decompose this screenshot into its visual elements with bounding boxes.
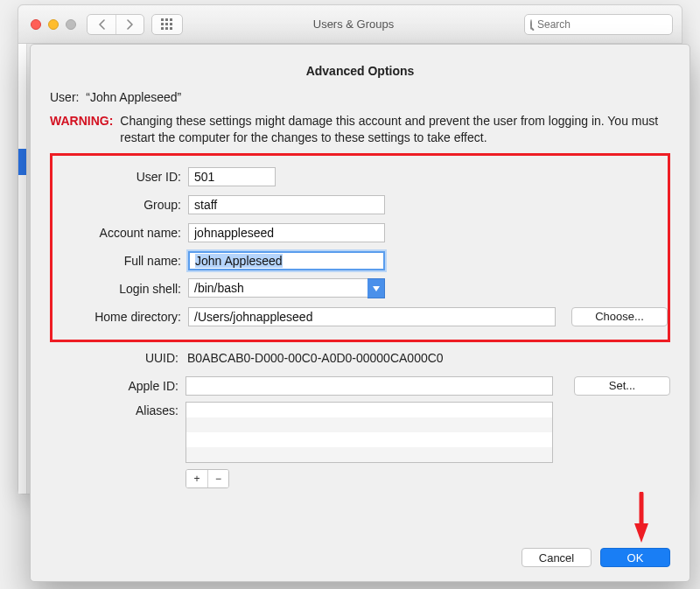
full-name-field[interactable]	[188, 251, 385, 270]
ok-button[interactable]: OK	[600, 548, 670, 567]
list-row	[186, 447, 552, 462]
search-field-wrap[interactable]	[524, 14, 673, 35]
alias-plus-minus: + −	[186, 469, 229, 488]
home-dir-field[interactable]	[188, 307, 556, 326]
advanced-options-sheet: Advanced Options User: “John Appleseed” …	[30, 44, 690, 582]
aliases-list[interactable]	[186, 402, 553, 463]
choose-button[interactable]: Choose...	[571, 307, 668, 326]
label-apple-id: Apple ID:	[50, 379, 186, 393]
sidebar-selection	[18, 149, 26, 175]
show-all-button[interactable]	[151, 14, 183, 35]
account-name-field[interactable]	[188, 223, 385, 242]
row-group: Group:	[52, 193, 668, 217]
warning-text: Changing these settings might damage thi…	[120, 113, 670, 146]
chevron-down-icon[interactable]	[368, 278, 385, 298]
label-home-dir: Home directory:	[52, 310, 188, 324]
forward-button[interactable]	[116, 15, 144, 34]
label-login-shell: Login shell:	[52, 282, 188, 296]
zoom-window-button	[66, 19, 76, 30]
list-row	[186, 403, 552, 417]
cancel-button[interactable]: Cancel	[522, 548, 592, 567]
sidebar	[18, 44, 27, 494]
user-label: User:	[50, 90, 79, 104]
row-alias-controls: + −	[50, 466, 670, 491]
uuid-value: B0ABCAB0-D000-00C0-A0D0-00000CA000C0	[186, 351, 444, 365]
highlight-annotation: User ID: Group: Account name: Full name:…	[50, 153, 670, 342]
label-account-name: Account name:	[52, 226, 188, 240]
row-full-name: Full name:	[52, 249, 668, 273]
label-uuid: UUID:	[50, 351, 186, 365]
label-full-name: Full name:	[52, 254, 188, 268]
user-line: User: “John Appleseed”	[50, 90, 670, 104]
row-home-dir: Home directory: Choose...	[52, 305, 668, 329]
window-title: Users & Groups	[190, 18, 517, 31]
warning-row: WARNING: Changing these settings might d…	[50, 113, 670, 146]
row-login-shell: Login shell:	[52, 277, 668, 301]
titlebar: Users & Groups	[18, 5, 682, 44]
add-alias-button[interactable]: +	[186, 470, 207, 487]
group-field[interactable]	[188, 195, 385, 214]
row-aliases: Aliases:	[50, 402, 670, 463]
remove-alias-button[interactable]: −	[207, 470, 228, 487]
row-user-id: User ID:	[52, 165, 668, 189]
set-apple-id-button[interactable]: Set...	[574, 376, 670, 396]
apple-id-field[interactable]	[186, 376, 553, 396]
nav-back-forward	[87, 14, 144, 35]
row-account-name: Account name:	[52, 221, 668, 245]
label-aliases: Aliases:	[50, 402, 186, 417]
window-controls	[27, 19, 80, 30]
row-uuid: UUID: B0ABCAB0-D000-00C0-A0D0-00000CA000…	[50, 346, 670, 370]
list-row	[186, 417, 552, 432]
user-id-field[interactable]	[188, 167, 276, 186]
label-user-id: User ID:	[52, 170, 188, 184]
sheet-buttons: Cancel OK	[522, 548, 670, 567]
close-window-button[interactable]	[31, 19, 41, 30]
list-row	[186, 432, 552, 447]
label-group: Group:	[52, 198, 188, 212]
back-button[interactable]	[88, 15, 116, 34]
login-shell-combo[interactable]	[188, 278, 385, 298]
grid-icon	[152, 15, 182, 34]
search-input[interactable]	[536, 18, 670, 32]
search-icon	[530, 19, 532, 30]
login-shell-field[interactable]	[188, 278, 368, 298]
sheet-title: Advanced Options	[50, 64, 670, 78]
row-apple-id: Apple ID: Set...	[50, 374, 670, 398]
arrow-annotation	[634, 492, 649, 544]
user-value: “John Appleseed”	[86, 90, 181, 104]
warning-label: WARNING:	[50, 113, 113, 146]
minimize-window-button[interactable]	[48, 19, 59, 30]
